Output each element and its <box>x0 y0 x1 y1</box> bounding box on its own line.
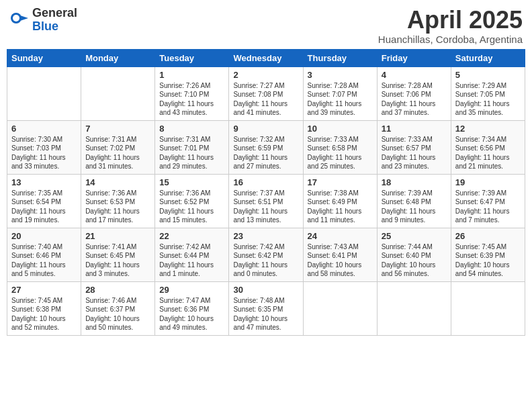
day-number: 25 <box>382 231 447 241</box>
location-subtitle: Huanchillas, Cordoba, Argentina <box>378 34 523 45</box>
calendar-cell: 29Sunrise: 7:47 AM Sunset: 6:36 PM Dayli… <box>155 281 229 335</box>
calendar-cell: 22Sunrise: 7:42 AM Sunset: 6:44 PM Dayli… <box>155 228 229 281</box>
day-info: Sunrise: 7:36 AM Sunset: 6:52 PM Dayligh… <box>159 189 224 225</box>
calendar-cell: 7Sunrise: 7:31 AM Sunset: 7:02 PM Daylig… <box>81 120 155 174</box>
calendar-week-row: 20Sunrise: 7:40 AM Sunset: 6:46 PM Dayli… <box>7 228 525 281</box>
day-number: 15 <box>159 177 224 187</box>
calendar-week-row: 6Sunrise: 7:30 AM Sunset: 7:03 PM Daylig… <box>7 120 525 174</box>
day-info: Sunrise: 7:38 AM Sunset: 6:49 PM Dayligh… <box>308 189 373 225</box>
title-block: April 2025 Huanchillas, Cordoba, Argenti… <box>378 7 523 45</box>
day-info: Sunrise: 7:33 AM Sunset: 6:58 PM Dayligh… <box>308 135 373 171</box>
calendar-cell: 11Sunrise: 7:33 AM Sunset: 6:57 PM Dayli… <box>377 120 451 174</box>
calendar-cell: 6Sunrise: 7:30 AM Sunset: 7:03 PM Daylig… <box>7 120 81 174</box>
day-number: 14 <box>85 177 150 187</box>
calendar-day-header: Monday <box>81 49 155 66</box>
calendar-header-row: SundayMondayTuesdayWednesdayThursdayFrid… <box>7 49 525 66</box>
day-info: Sunrise: 7:44 AM Sunset: 6:40 PM Dayligh… <box>382 242 447 279</box>
calendar-cell: 15Sunrise: 7:36 AM Sunset: 6:52 PM Dayli… <box>155 174 229 228</box>
day-number: 18 <box>382 177 447 187</box>
calendar-table: SundayMondayTuesdayWednesdayThursdayFrid… <box>7 49 525 336</box>
day-info: Sunrise: 7:46 AM Sunset: 6:37 PM Dayligh… <box>85 296 150 332</box>
day-number: 20 <box>11 231 77 241</box>
calendar-cell <box>377 281 451 335</box>
logo: General Blue <box>9 7 77 34</box>
day-info: Sunrise: 7:48 AM Sunset: 6:35 PM Dayligh… <box>233 296 298 332</box>
day-number: 30 <box>233 285 298 295</box>
calendar-day-header: Tuesday <box>155 49 229 66</box>
day-info: Sunrise: 7:40 AM Sunset: 6:46 PM Dayligh… <box>11 242 77 279</box>
month-title: April 2025 <box>378 7 523 34</box>
day-number: 1 <box>159 70 224 80</box>
calendar-cell: 14Sunrise: 7:36 AM Sunset: 6:53 PM Dayli… <box>81 174 155 228</box>
day-number: 9 <box>233 124 298 134</box>
calendar-body: 1Sunrise: 7:26 AM Sunset: 7:10 PM Daylig… <box>7 66 525 335</box>
day-info: Sunrise: 7:42 AM Sunset: 6:42 PM Dayligh… <box>233 242 298 279</box>
day-info: Sunrise: 7:45 AM Sunset: 6:39 PM Dayligh… <box>455 242 521 279</box>
calendar-day-header: Sunday <box>7 49 81 66</box>
logo-icon <box>9 10 30 30</box>
calendar-cell: 16Sunrise: 7:37 AM Sunset: 6:51 PM Dayli… <box>229 174 303 228</box>
calendar-cell: 5Sunrise: 7:29 AM Sunset: 7:05 PM Daylig… <box>451 66 525 120</box>
calendar-cell: 12Sunrise: 7:34 AM Sunset: 6:56 PM Dayli… <box>451 120 525 174</box>
day-info: Sunrise: 7:39 AM Sunset: 6:47 PM Dayligh… <box>455 189 521 225</box>
day-info: Sunrise: 7:26 AM Sunset: 7:10 PM Dayligh… <box>159 81 224 118</box>
calendar-cell: 25Sunrise: 7:44 AM Sunset: 6:40 PM Dayli… <box>377 228 451 281</box>
day-number: 11 <box>382 124 447 134</box>
calendar-cell <box>303 281 377 335</box>
day-number: 26 <box>455 231 521 241</box>
calendar-week-row: 1Sunrise: 7:26 AM Sunset: 7:10 PM Daylig… <box>7 66 525 120</box>
day-info: Sunrise: 7:28 AM Sunset: 7:06 PM Dayligh… <box>382 81 447 118</box>
day-info: Sunrise: 7:36 AM Sunset: 6:53 PM Dayligh… <box>85 189 150 225</box>
day-number: 10 <box>308 124 373 134</box>
svg-point-1 <box>13 15 19 21</box>
calendar-week-row: 27Sunrise: 7:45 AM Sunset: 6:38 PM Dayli… <box>7 281 525 335</box>
day-info: Sunrise: 7:31 AM Sunset: 7:02 PM Dayligh… <box>85 135 150 171</box>
calendar-cell: 8Sunrise: 7:31 AM Sunset: 7:01 PM Daylig… <box>155 120 229 174</box>
calendar-cell: 28Sunrise: 7:46 AM Sunset: 6:37 PM Dayli… <box>81 281 155 335</box>
calendar-cell: 19Sunrise: 7:39 AM Sunset: 6:47 PM Dayli… <box>451 174 525 228</box>
calendar-cell: 21Sunrise: 7:41 AM Sunset: 6:45 PM Dayli… <box>81 228 155 281</box>
calendar-cell <box>7 66 81 120</box>
day-number: 22 <box>159 231 224 241</box>
calendar-day-header: Friday <box>377 49 451 66</box>
day-info: Sunrise: 7:35 AM Sunset: 6:54 PM Dayligh… <box>11 189 77 225</box>
day-info: Sunrise: 7:30 AM Sunset: 7:03 PM Dayligh… <box>11 135 77 171</box>
calendar-day-header: Thursday <box>303 49 377 66</box>
day-number: 16 <box>233 177 298 187</box>
day-number: 19 <box>455 177 521 187</box>
calendar-cell: 27Sunrise: 7:45 AM Sunset: 6:38 PM Dayli… <box>7 281 81 335</box>
calendar-cell: 10Sunrise: 7:33 AM Sunset: 6:58 PM Dayli… <box>303 120 377 174</box>
calendar-cell: 26Sunrise: 7:45 AM Sunset: 6:39 PM Dayli… <box>451 228 525 281</box>
calendar-day-header: Wednesday <box>229 49 303 66</box>
day-info: Sunrise: 7:31 AM Sunset: 7:01 PM Dayligh… <box>159 135 224 171</box>
day-number: 23 <box>233 231 298 241</box>
day-number: 13 <box>11 177 77 187</box>
logo-blue-text: Blue <box>32 20 77 34</box>
day-number: 28 <box>85 285 150 295</box>
day-number: 29 <box>159 285 224 295</box>
day-number: 4 <box>382 70 447 80</box>
day-info: Sunrise: 7:47 AM Sunset: 6:36 PM Dayligh… <box>159 296 224 332</box>
day-info: Sunrise: 7:39 AM Sunset: 6:48 PM Dayligh… <box>382 189 447 225</box>
day-info: Sunrise: 7:29 AM Sunset: 7:05 PM Dayligh… <box>455 81 521 118</box>
day-number: 21 <box>85 231 150 241</box>
calendar-cell: 24Sunrise: 7:43 AM Sunset: 6:41 PM Dayli… <box>303 228 377 281</box>
day-number: 12 <box>455 124 521 134</box>
day-info: Sunrise: 7:34 AM Sunset: 6:56 PM Dayligh… <box>455 135 521 171</box>
calendar-cell <box>81 66 155 120</box>
day-number: 3 <box>308 70 373 80</box>
day-info: Sunrise: 7:28 AM Sunset: 7:07 PM Dayligh… <box>308 81 373 118</box>
page-header: General Blue April 2025 Huanchillas, Cor… <box>7 7 525 45</box>
calendar-week-row: 13Sunrise: 7:35 AM Sunset: 6:54 PM Dayli… <box>7 174 525 228</box>
day-number: 17 <box>308 177 373 187</box>
calendar-cell: 23Sunrise: 7:42 AM Sunset: 6:42 PM Dayli… <box>229 228 303 281</box>
day-info: Sunrise: 7:32 AM Sunset: 6:59 PM Dayligh… <box>233 135 298 171</box>
calendar-cell: 18Sunrise: 7:39 AM Sunset: 6:48 PM Dayli… <box>377 174 451 228</box>
day-info: Sunrise: 7:45 AM Sunset: 6:38 PM Dayligh… <box>11 296 77 332</box>
day-number: 5 <box>455 70 521 80</box>
calendar-cell: 4Sunrise: 7:28 AM Sunset: 7:06 PM Daylig… <box>377 66 451 120</box>
logo-general-text: General <box>32 7 77 20</box>
calendar-cell: 1Sunrise: 7:26 AM Sunset: 7:10 PM Daylig… <box>155 66 229 120</box>
day-number: 7 <box>85 124 150 134</box>
calendar-cell: 17Sunrise: 7:38 AM Sunset: 6:49 PM Dayli… <box>303 174 377 228</box>
